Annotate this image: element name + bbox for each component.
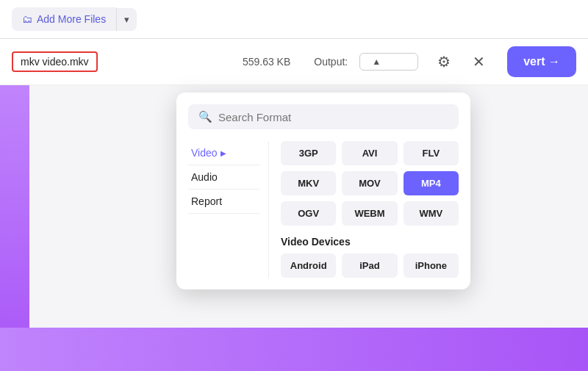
device-btn-android[interactable]: Android	[281, 253, 336, 278]
chevron-up-icon: ▲	[372, 57, 381, 67]
format-btn-wmv[interactable]: WMV	[404, 201, 459, 226]
search-icon: 🔍	[198, 110, 212, 123]
gear-icon: ⚙	[437, 54, 451, 70]
format-btn-avi[interactable]: AVI	[342, 141, 397, 165]
device-btn-ipad[interactable]: iPad	[342, 253, 397, 278]
file-row: mkv video.mkv 559.63 KB Output: ▲ ⚙ ✕ ve…	[0, 39, 588, 85]
category-video-label: Video	[191, 147, 218, 159]
search-input[interactable]	[218, 111, 448, 123]
bottom-purple-bar	[0, 328, 588, 371]
format-btn-3gp[interactable]: 3GP	[281, 141, 336, 165]
formats-panel: 3GP AVI FLV MKV MOV MP4 OGV WEBM WMV Vid…	[269, 141, 459, 278]
close-button[interactable]: ✕	[470, 50, 488, 73]
add-files-button[interactable]: 🗂 Add More Files	[12, 7, 116, 31]
devices-grid: Android iPad iPhone	[281, 253, 459, 278]
category-item-report[interactable]: Report	[188, 190, 259, 214]
output-select[interactable]: ▲	[359, 53, 418, 71]
search-box: 🔍	[188, 104, 459, 129]
category-menu: Video ▶ Audio Report	[188, 141, 269, 278]
format-btn-mkv[interactable]: MKV	[281, 171, 336, 195]
category-report-label: Report	[191, 195, 222, 207]
format-btn-flv[interactable]: FLV	[404, 141, 459, 165]
close-icon: ✕	[473, 54, 485, 70]
add-files-icon: 🗂	[22, 13, 32, 25]
category-item-audio[interactable]: Audio	[188, 165, 259, 190]
settings-button[interactable]: ⚙	[434, 50, 453, 73]
convert-label: vert →	[523, 55, 560, 68]
chevron-right-icon: ▶	[220, 149, 226, 157]
category-audio-label: Audio	[191, 171, 218, 183]
format-btn-mov[interactable]: MOV	[342, 171, 397, 195]
add-files-dropdown-button[interactable]: ▾	[116, 8, 137, 31]
chevron-down-icon: ▾	[124, 14, 129, 25]
toolbar: 🗂 Add More Files ▾	[0, 0, 588, 39]
dropdown-body: Video ▶ Audio Report 3GP AVI FLV MKV MOV	[188, 141, 459, 278]
file-name: mkv video.mkv	[12, 51, 98, 72]
main-area: 🔍 Video ▶ Audio Report 3GP	[0, 85, 588, 371]
category-item-video[interactable]: Video ▶	[188, 141, 259, 165]
file-size: 559.63 KB	[243, 56, 290, 68]
output-label: Output:	[314, 56, 348, 68]
devices-section-title: Video Devices	[281, 236, 459, 248]
format-dropdown: 🔍 Video ▶ Audio Report 3GP	[176, 93, 470, 289]
device-btn-iphone[interactable]: iPhone	[404, 253, 459, 278]
video-formats-grid: 3GP AVI FLV MKV MOV MP4 OGV WEBM WMV	[281, 141, 459, 226]
convert-button[interactable]: vert →	[507, 46, 576, 77]
format-btn-ogv[interactable]: OGV	[281, 201, 336, 226]
add-files-label: Add More Files	[37, 13, 106, 25]
format-btn-webm[interactable]: WEBM	[342, 201, 397, 226]
format-btn-mp4[interactable]: MP4	[404, 171, 459, 195]
